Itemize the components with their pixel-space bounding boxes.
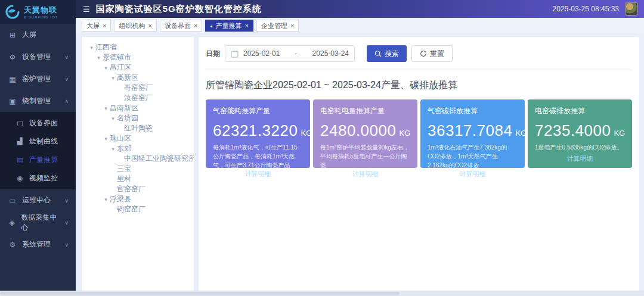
calc-detail-link[interactable]: 计算明细 [535, 154, 625, 163]
firing-mgmt-submenu: ▢ 设备界面 ▟ 烧制曲线 ▤ 产量推算 ◉ 视频监控 [0, 112, 76, 189]
tree-item[interactable]: 哥窑窑厂 [84, 83, 191, 93]
calc-detail-link[interactable]: 计算明细 [428, 170, 518, 179]
search-button[interactable]: 搜索 [367, 45, 407, 62]
date-separator: - [284, 49, 307, 58]
sidebar-item-data-center[interactable]: ◈ 数据采集中心 ∨ [0, 211, 76, 233]
tree-item-label: 哥窑窑厂 [124, 83, 153, 93]
section-title: 所管辖陶瓷企业2025-02-01 ~ 2025-03-24产量、碳排放推算 [206, 79, 632, 92]
tree-item-label: 浮梁县 [110, 194, 131, 204]
tree-item-label: 中国轻工业陶瓷研究所 [124, 154, 194, 164]
calc-detail-link[interactable]: 计算明细 [320, 170, 410, 179]
sidebar-item-kiln-mgmt[interactable]: ▦ 窑炉管理 ∨ [0, 68, 76, 90]
tab-yield-estimate[interactable]: ● 产量推算 × [205, 20, 253, 32]
sidebar-item-video-monitor[interactable]: ◉ 视频监控 [0, 169, 76, 188]
tab-bigscreen[interactable]: 大屏 × [82, 20, 111, 32]
header-datetime: 2025-03-25 08:45:33 [553, 5, 619, 13]
reset-button[interactable]: 重置 [411, 45, 453, 62]
caret-down-icon[interactable]: ▾ [109, 75, 117, 81]
card-unit: KG [301, 129, 312, 138]
chevron-down-icon: ∨ [64, 54, 69, 60]
sidebar-item-firing-curve[interactable]: ▟ 烧制曲线 [0, 132, 76, 151]
sidebar-item-ops-center[interactable]: ▭ 运维中心 ∨ [0, 189, 76, 211]
scrollbar-thumb[interactable] [0, 292, 400, 295]
tree-item-label: 名坊园 [117, 113, 138, 123]
caret-down-icon[interactable]: ▾ [102, 197, 110, 202]
sidebar-item-label: 烧制曲线 [29, 136, 58, 147]
filter-row: 日期 2025-02-01 - 2025-03-24 [206, 44, 632, 70]
tree-item[interactable]: 官窑窑厂 [84, 184, 191, 194]
tab-enterprise-mgmt[interactable]: 企业管理 × [256, 20, 299, 32]
sidebar-item-label: 产量推算 [29, 155, 58, 165]
close-icon[interactable]: × [290, 22, 294, 29]
tree-item[interactable]: 红叶陶瓷 [84, 123, 191, 133]
system-title: 国家陶瓷试验区5G窑炉数智化管控系统 [96, 4, 262, 15]
tab-bar: 大屏 × 组织机构 × 设备界面 × ● 产量推算 × 企业管理 × [76, 18, 644, 33]
caret-down-icon[interactable]: ▾ [88, 45, 95, 51]
tree-item-label: 三宝 [117, 164, 131, 174]
sidebar: 天翼物联 E SURFING IOT ⊞ 大屏 ⚙ 设备管理 ∨ ▦ 窑炉管理 … [0, 0, 76, 296]
caret-down-icon[interactable]: ▾ [95, 55, 103, 61]
stat-cards: 气窑能耗推算产量 62321.3220 KG 每消耗1m³液化气，可生产11.1… [206, 99, 632, 168]
kiln-icon: ▦ [8, 75, 17, 83]
esurfing-logo-icon [5, 4, 20, 20]
close-icon[interactable]: × [245, 22, 249, 29]
region-tree-panel: ▾江西省 ▾景德镇市 ▾昌江区 ▾高新区 哥窑窑厂 汝窑窑厂 ▾昌南新区 ▾名坊… [82, 37, 194, 292]
search-icon [374, 50, 382, 57]
tree-item[interactable]: ▾景德镇市 [84, 52, 191, 63]
ops-center-icon: ▭ [8, 197, 17, 205]
chevron-down-icon: ∨ [64, 198, 69, 204]
horizontal-scrollbar[interactable] [0, 291, 644, 296]
tree-item[interactable]: ▾高新区 [84, 73, 191, 83]
tree-item[interactable]: ▾江西省 [84, 42, 191, 52]
tree-item[interactable]: 钧窑窑厂 [84, 204, 191, 214]
brand-logo: 天翼物联 E SURFING IOT [0, 0, 76, 24]
tree-item[interactable]: 中国轻工业陶瓷研究所 [84, 154, 191, 164]
caret-down-icon[interactable]: ▾ [102, 105, 110, 111]
sidebar-item-yield-estimate[interactable]: ▤ 产量推算 [0, 151, 76, 169]
tree-item[interactable]: ▾浮梁县 [84, 194, 191, 204]
tree-item-label: 景德镇市 [103, 52, 131, 63]
caret-down-icon[interactable]: ▾ [109, 146, 117, 152]
tab-organization[interactable]: 组织机构 × [114, 20, 156, 32]
card-unit: KG [614, 129, 625, 138]
tab-label: 企业管理 [261, 21, 287, 30]
tree-item-label: 珠山区 [110, 133, 131, 144]
refresh-icon [420, 50, 427, 57]
tree-item[interactable]: ▾东郊 [84, 144, 191, 154]
tree-item[interactable]: ▾昌江区 [84, 63, 191, 73]
card-value: 7235.4000 [535, 121, 611, 140]
tree-item[interactable]: 里村 [84, 174, 191, 184]
sidebar-item-firing-mgmt[interactable]: ▣ 烧制管理 ∧ [0, 90, 76, 112]
sidebar-item-bigscreen[interactable]: ⊞ 大屏 [0, 24, 76, 46]
tree-item-label: 红叶陶瓷 [124, 123, 153, 133]
tab-label: 组织机构 [119, 21, 145, 30]
close-icon[interactable]: × [103, 22, 106, 29]
close-icon[interactable]: × [194, 22, 197, 29]
tree-item[interactable]: ▾昌南新区 [84, 103, 191, 113]
date-end-value[interactable]: 2025-03-24 [312, 49, 349, 58]
caret-down-icon[interactable]: ▾ [102, 65, 110, 71]
caret-down-icon[interactable]: ▾ [109, 116, 117, 121]
caret-down-icon[interactable]: ▾ [102, 136, 110, 142]
tree-item[interactable]: 汝窑窑厂 [84, 93, 191, 103]
date-range-picker[interactable]: 2025-02-01 - 2025-03-24 [225, 45, 355, 62]
date-start-value[interactable]: 2025-02-01 [243, 49, 280, 58]
tab-device-panel[interactable]: 设备界面 × [160, 20, 202, 32]
sidebar-item-label: 大屏 [22, 30, 36, 40]
sidebar-item-system-mgmt[interactable]: ⚙ 系统管理 ∨ [0, 233, 76, 256]
card-description: 1度电产生0.5835kg的CO2排放。 [535, 143, 625, 152]
calc-detail-link[interactable]: 计算明细 [213, 170, 303, 179]
collapse-menu-icon[interactable]: ☰ [83, 5, 90, 14]
tree-item[interactable]: ▾珠山区 [84, 133, 191, 144]
chevron-down-icon: ∨ [64, 220, 69, 226]
tree-item[interactable]: 三宝 [84, 164, 191, 174]
data-center-icon: ◈ [8, 219, 16, 227]
chevron-up-icon: ∧ [64, 98, 69, 104]
sidebar-item-device-mgmt[interactable]: ⚙ 设备管理 ∨ [0, 46, 76, 68]
tree-item[interactable]: ▾名坊园 [84, 113, 191, 123]
card-gas-kiln-yield: 气窑能耗推算产量 62321.3220 KG 每消耗1m³液化气，可生产11.1… [206, 99, 310, 168]
close-icon[interactable]: × [148, 22, 151, 29]
card-title: 气窑能耗推算产量 [213, 106, 303, 116]
sidebar-item-device-panel[interactable]: ▢ 设备界面 [0, 114, 76, 132]
user-avatar[interactable] [625, 2, 638, 15]
